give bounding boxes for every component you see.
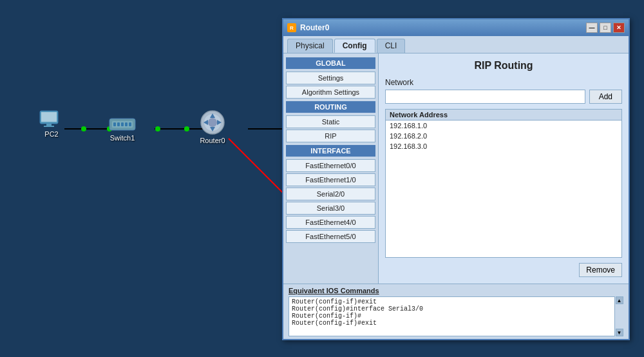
maximize-button[interactable]: □: [600, 23, 611, 33]
pc2-device: PC2: [39, 110, 64, 138]
sidebar-algorithm-settings[interactable]: Algorithm Settings: [286, 86, 375, 99]
routing-header: ROUTING: [286, 101, 375, 113]
network-address-header: Network Address: [386, 110, 621, 121]
sidebar-fastethernet50[interactable]: FastEthernet5/0: [286, 230, 375, 243]
svg-point-8: [184, 126, 189, 131]
tab-cli[interactable]: CLI: [377, 39, 406, 53]
sidebar-fastethernet00[interactable]: FastEthernet0/0: [286, 159, 375, 172]
sidebar-fastethernet10[interactable]: FastEthernet1/0: [286, 173, 375, 186]
close-button[interactable]: ✕: [613, 23, 625, 33]
switch1-label: Switch1: [110, 134, 135, 142]
scrollbar-up[interactable]: ▲: [616, 296, 623, 304]
tab-physical[interactable]: Physical: [287, 39, 333, 53]
tab-config[interactable]: Config: [334, 39, 375, 53]
network-label: Network: [385, 78, 622, 87]
ios-line-1: Router(config)#interface Serial3/0: [292, 305, 620, 313]
window-controls: — □ ✕: [586, 23, 625, 33]
router0-device: Router0: [198, 108, 227, 144]
network-input-row: Add: [385, 90, 622, 104]
network-list-container: Network Address 192.168.1.0 192.168.2.0 …: [385, 109, 622, 258]
svg-rect-20: [129, 122, 131, 126]
network-item-1[interactable]: 192.168.2.0: [386, 131, 621, 141]
ios-console-wrapper: Router(config-if)#exit Router(config)#in…: [289, 296, 623, 336]
svg-rect-12: [46, 124, 52, 126]
sidebar-static[interactable]: Static: [286, 115, 375, 128]
remove-button[interactable]: Remove: [579, 263, 622, 277]
sidebar: GLOBAL Settings Algorithm Settings ROUTI…: [283, 53, 379, 284]
network-item-0[interactable]: 192.168.1.0: [386, 121, 621, 131]
window-title: Router0: [300, 23, 329, 32]
global-header: GLOBAL: [286, 57, 375, 69]
ios-scrollbar[interactable]: ▲ ▼: [614, 296, 623, 336]
rip-title: RIP Routing: [385, 60, 622, 72]
router0-icon: [198, 108, 227, 137]
ios-label: Equivalent IOS Commands: [289, 287, 623, 294]
sidebar-serial20[interactable]: Serial2/0: [286, 188, 375, 200]
sidebar-settings[interactable]: Settings: [286, 72, 375, 84]
svg-rect-11: [41, 112, 57, 122]
svg-point-23: [208, 118, 217, 127]
switch1-device: Switch1: [108, 115, 137, 142]
window-tabs: Physical Config CLI: [283, 36, 629, 53]
network-input[interactable]: [385, 90, 585, 104]
router0-label: Router0: [200, 137, 225, 144]
svg-rect-13: [44, 126, 54, 127]
ios-line-0: Router(config-if)#exit: [292, 298, 620, 305]
network-item-2[interactable]: 192.168.3.0: [386, 141, 621, 151]
router-icon-small: R: [287, 23, 296, 32]
svg-rect-16: [113, 122, 116, 126]
rip-content: RIP Routing Network Add Network Address …: [379, 53, 629, 284]
router-window: R Router0 — □ ✕ Physical Config CLI GLOB…: [282, 18, 630, 340]
ios-console[interactable]: Router(config-if)#exit Router(config)#in…: [289, 296, 623, 336]
pc2-icon: [39, 110, 64, 130]
window-titlebar: R Router0 — □ ✕: [283, 19, 629, 36]
sidebar-rip[interactable]: RIP: [286, 130, 375, 142]
add-button[interactable]: Add: [589, 90, 622, 104]
svg-line-3: [229, 139, 283, 193]
pc2-label: PC2: [44, 130, 58, 138]
scrollbar-down[interactable]: ▼: [616, 329, 623, 336]
ios-line-3: Router(config-if)#exit: [292, 320, 620, 327]
window-title-left: R Router0: [287, 23, 329, 32]
svg-point-5: [81, 126, 86, 131]
ios-line-2: Router(config-if)#: [292, 313, 620, 320]
sidebar-serial30[interactable]: Serial3/0: [286, 202, 375, 215]
interface-header: INTERFACE: [286, 145, 375, 157]
svg-rect-19: [125, 122, 128, 126]
svg-rect-17: [117, 122, 120, 126]
window-body: GLOBAL Settings Algorithm Settings ROUTI…: [283, 53, 629, 284]
svg-rect-18: [121, 122, 124, 126]
ios-section: Equivalent IOS Commands Router(config-if…: [283, 284, 629, 339]
svg-point-7: [155, 126, 160, 131]
sidebar-fastethernet40[interactable]: FastEthernet4/0: [286, 216, 375, 229]
switch1-icon: [108, 115, 137, 134]
minimize-button[interactable]: —: [586, 23, 598, 33]
